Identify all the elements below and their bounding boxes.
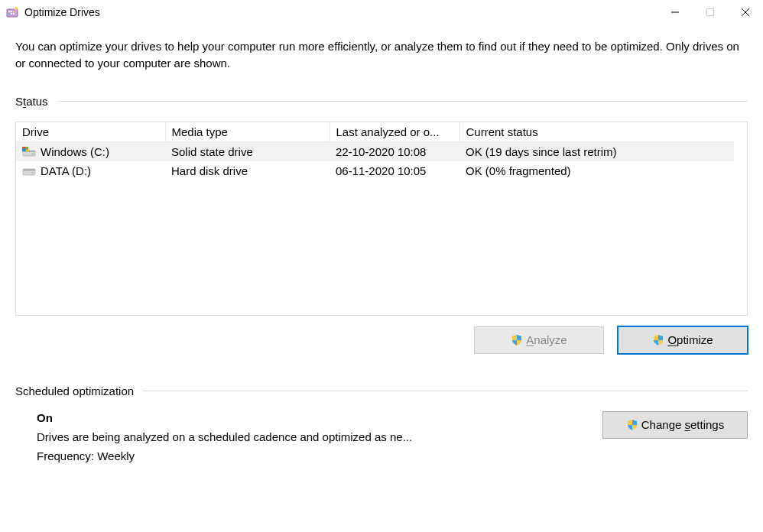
drives-table[interactable]: Drive Media type Last analyzed or o... C… xyxy=(16,122,734,180)
svg-rect-2 xyxy=(11,11,12,12)
svg-rect-3 xyxy=(13,11,15,12)
svg-rect-4 xyxy=(8,13,10,15)
change-settings-label: Change settings xyxy=(641,418,724,431)
drive-icon xyxy=(22,164,36,177)
scheduled-label: Scheduled optimization xyxy=(15,384,143,397)
scheduled-state: On xyxy=(37,411,587,424)
drive-name: DATA (D:) xyxy=(41,164,91,177)
uac-shield-icon xyxy=(511,334,523,346)
svg-point-14 xyxy=(32,154,34,155)
status-label: Status xyxy=(15,95,57,108)
last-analyzed: 06-11-2020 10:05 xyxy=(330,161,459,180)
analyze-label: Analyze xyxy=(526,333,567,346)
current-status: OK (0% fragmented) xyxy=(459,161,734,180)
col-header-drive[interactable]: Drive xyxy=(16,122,165,142)
table-row[interactable]: DATA (D:)Hard disk drive06-11-2020 10:05… xyxy=(16,161,734,180)
svg-rect-17 xyxy=(25,147,28,149)
table-header-row: Drive Media type Last analyzed or o... C… xyxy=(16,122,734,142)
svg-rect-5 xyxy=(11,13,12,15)
optimize-button[interactable]: Optimize xyxy=(618,326,748,354)
window-title: Optimize Drives xyxy=(24,6,100,18)
drive-name: Windows (C:) xyxy=(41,145,109,158)
col-header-status[interactable]: Current status xyxy=(459,122,734,142)
optimize-label: Optimize xyxy=(667,333,713,346)
scheduled-text: On Drives are being analyzed on a schedu… xyxy=(37,411,587,469)
scheduled-section-header: Scheduled optimization xyxy=(15,384,748,397)
svg-rect-1 xyxy=(8,11,10,12)
divider-line xyxy=(143,391,748,391)
svg-rect-21 xyxy=(23,169,35,171)
current-status: OK (19 days since last retrim) xyxy=(459,141,734,161)
window-controls xyxy=(657,0,763,24)
svg-rect-18 xyxy=(22,149,25,151)
drives-table-container: Drive Media type Last analyzed or o... C… xyxy=(15,122,748,316)
action-button-row: Analyze Optimize xyxy=(15,326,748,354)
col-header-media[interactable]: Media type xyxy=(165,122,330,142)
svg-rect-16 xyxy=(22,147,25,149)
scheduled-description: Drives are being analyzed on a scheduled… xyxy=(37,430,541,443)
svg-rect-9 xyxy=(707,9,714,16)
analyze-button: Analyze xyxy=(474,326,604,354)
media-type: Solid state drive xyxy=(165,141,330,161)
status-section-header: Status xyxy=(15,95,748,108)
description-text: You can optimize your drives to help you… xyxy=(15,38,748,72)
media-type: Hard disk drive xyxy=(165,161,330,180)
defrag-app-icon xyxy=(6,6,18,18)
divider-line xyxy=(57,101,748,102)
col-header-last[interactable]: Last analyzed or o... xyxy=(330,122,459,142)
scrollbar-gutter xyxy=(734,122,747,315)
svg-rect-6 xyxy=(13,13,15,15)
table-row[interactable]: Windows (C:)Solid state drive22-10-2020 … xyxy=(16,141,734,161)
svg-rect-19 xyxy=(25,149,28,151)
minimize-button[interactable] xyxy=(657,0,693,24)
change-settings-button[interactable]: Change settings xyxy=(602,411,748,439)
uac-shield-icon xyxy=(626,419,638,431)
scheduled-body: On Drives are being analyzed on a schedu… xyxy=(15,411,748,469)
svg-point-22 xyxy=(32,172,34,174)
scheduled-frequency: Frequency: Weekly xyxy=(37,449,541,462)
maximize-button xyxy=(693,0,728,24)
titlebar: Optimize Drives xyxy=(0,0,763,24)
last-analyzed: 22-10-2020 10:08 xyxy=(330,141,459,161)
close-button[interactable] xyxy=(728,0,763,24)
uac-shield-icon xyxy=(652,334,664,346)
drive-icon xyxy=(22,145,36,157)
